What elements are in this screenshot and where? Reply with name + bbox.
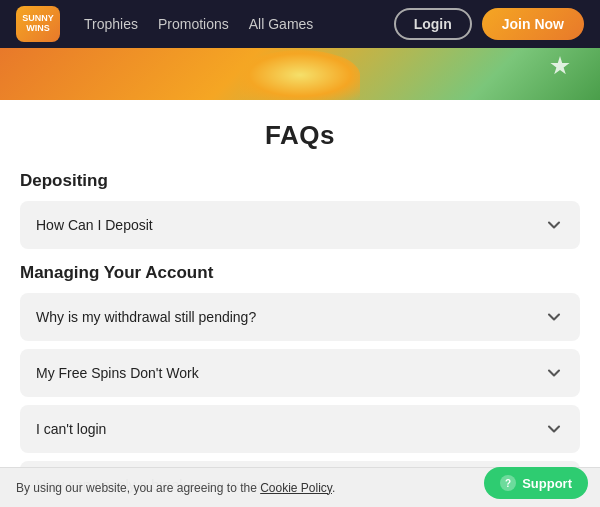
cookie-policy-link[interactable]: Cookie Policy: [260, 481, 332, 495]
support-label: Support: [522, 476, 572, 491]
header-buttons: Login Join Now: [394, 8, 584, 40]
logo: SUNNY WINS: [16, 6, 60, 42]
chevron-down-icon: [544, 363, 564, 383]
join-button[interactable]: Join Now: [482, 8, 584, 40]
cookie-text: By using our website, you are agreeing t…: [16, 481, 335, 495]
logo-image: SUNNY WINS: [16, 6, 60, 42]
faq-question: I can't login: [36, 421, 106, 437]
faq-item[interactable]: Why is my withdrawal still pending?: [20, 293, 580, 341]
nav-all-games[interactable]: All Games: [249, 16, 314, 32]
main-nav: Trophies Promotions All Games: [84, 16, 394, 32]
faq-question: How Can I Deposit: [36, 217, 153, 233]
faq-item[interactable]: I can't login: [20, 405, 580, 453]
faq-question: My Free Spins Don't Work: [36, 365, 199, 381]
faq-item[interactable]: My Free Spins Don't Work: [20, 349, 580, 397]
section-account-title: Managing Your Account: [20, 263, 580, 283]
chevron-down-icon: [544, 215, 564, 235]
section-depositing-title: Depositing: [20, 171, 580, 191]
nav-trophies[interactable]: Trophies: [84, 16, 138, 32]
nav-promotions[interactable]: Promotions: [158, 16, 229, 32]
chevron-down-icon: [544, 307, 564, 327]
faq-container: FAQs Depositing How Can I Deposit Managi…: [0, 100, 600, 507]
faq-question: Why is my withdrawal still pending?: [36, 309, 256, 325]
page-title: FAQs: [20, 120, 580, 151]
hero-banner: [0, 48, 600, 100]
chevron-down-icon: [544, 419, 564, 439]
main-content: FAQs Depositing How Can I Deposit Managi…: [0, 100, 600, 507]
support-icon: ?: [500, 475, 516, 491]
faq-item[interactable]: How Can I Deposit: [20, 201, 580, 249]
login-button[interactable]: Login: [394, 8, 472, 40]
header: SUNNY WINS Trophies Promotions All Games…: [0, 0, 600, 48]
support-button[interactable]: ? Support: [484, 467, 588, 499]
